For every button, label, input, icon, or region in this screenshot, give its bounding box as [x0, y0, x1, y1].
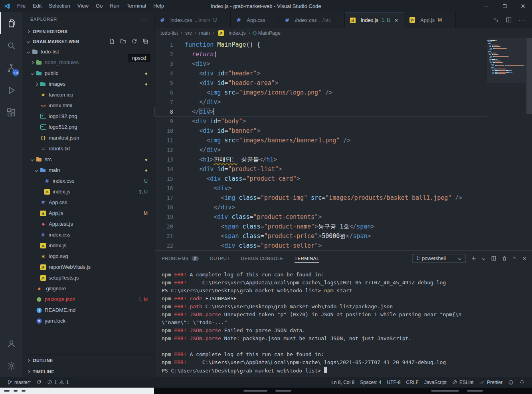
split-terminal-icon[interactable]	[491, 256, 496, 261]
tree-item-logo.svg[interactable]: *logo.svg	[22, 251, 154, 262]
breadcrumb-item-main[interactable]: main	[199, 30, 210, 36]
kill-terminal-icon[interactable]	[502, 256, 507, 261]
tree-item-App.test.js[interactable]: ◆App.test.js	[22, 219, 154, 229]
panel-tab-problems[interactable]: PROBLEMS2	[162, 254, 199, 263]
tab-index.js[interactable]: JSindex.js1, U×	[345, 12, 404, 28]
sync-changes-item[interactable]	[34, 377, 44, 388]
tree-item-index.html[interactable]: <>index.html	[22, 100, 154, 111]
outline-section[interactable]: OUTLINE	[22, 355, 154, 366]
tree-item-package.json[interactable]: package.json1, M	[22, 294, 154, 305]
menu-item-go[interactable]: Go	[92, 0, 106, 12]
eslint-item[interactable]: ESLint	[450, 380, 476, 385]
tree-item-index.js[interactable]: JSindex.js	[22, 240, 154, 251]
tree-item-index.css[interactable]: #index.cssU	[22, 175, 154, 186]
settings-gear-icon[interactable]	[0, 355, 22, 377]
maximize-button[interactable]	[495, 0, 514, 12]
tab-index.css[interactable]: #index.css...\mainU	[154, 12, 231, 28]
account-icon[interactable]	[0, 332, 22, 355]
editor-more-actions-icon[interactable]	[518, 17, 526, 24]
new-file-icon[interactable]	[109, 38, 115, 44]
menu-item-selection[interactable]: Selection	[45, 0, 73, 12]
indentation[interactable]: Spaces: 4	[358, 380, 384, 385]
workspace-section[interactable]: GRAB-MARKET-WEB	[22, 36, 154, 46]
panel-tab-output[interactable]: OUTPUT	[210, 254, 230, 263]
terminal-dropdown-icon[interactable]	[482, 256, 486, 261]
refresh-icon[interactable]	[131, 38, 137, 44]
menubar: FileEditSelectionViewGoRunTerminalHelp	[14, 0, 168, 12]
tree-item-.gitignore[interactable]: ◆.gitignore	[22, 283, 154, 294]
menu-item-file[interactable]: File	[14, 0, 29, 12]
line-number: 17	[154, 193, 173, 203]
encoding[interactable]: UTF-8	[385, 380, 403, 385]
tree-item-label: index.css	[53, 178, 74, 184]
tree-item-reportWebVitals.js[interactable]: JSreportWebVitals.js	[22, 262, 154, 272]
minimize-button[interactable]	[477, 0, 495, 12]
breadcrumb-item-MainPage[interactable]: MainPage	[253, 30, 281, 36]
open-editors-section[interactable]: OPEN EDITORS	[22, 26, 154, 36]
tree-item-label: todo-list	[41, 49, 59, 55]
timeline-section[interactable]: TIMELINE	[22, 366, 154, 377]
tab-App.js[interactable]: JSApp.jsM	[404, 12, 456, 28]
git-branch-item[interactable]: master*	[5, 377, 33, 388]
menu-item-edit[interactable]: Edit	[29, 0, 45, 12]
collapse-all-icon[interactable]	[142, 38, 148, 44]
tree-item-App.js[interactable]: JSApp.jsM	[22, 208, 154, 219]
minimap[interactable]	[487, 40, 526, 75]
menu-item-run[interactable]: Run	[106, 0, 123, 12]
tree-item-logo512.png[interactable]: logo512.png	[22, 122, 154, 132]
tree-item-label: logo.svg	[49, 253, 68, 259]
tree-item-main[interactable]: main●	[22, 165, 154, 175]
maximize-panel-icon[interactable]	[512, 256, 516, 261]
explorer-more-actions-icon[interactable]	[141, 16, 148, 23]
split-editor-icon[interactable]	[506, 17, 512, 23]
tree-item-robots.txt[interactable]: ≡robots.txt	[22, 143, 154, 154]
cursor-position[interactable]: Ln 8, Col 9	[329, 380, 357, 385]
breadcrumb-item-src[interactable]: src	[185, 30, 192, 36]
tab-index.css[interactable]: #index.css...\src	[279, 12, 345, 28]
explorer-icon[interactable]	[0, 12, 22, 34]
run-debug-icon[interactable]	[0, 79, 22, 101]
close-panel-icon[interactable]	[522, 256, 527, 261]
terminal-output[interactable]: npm ERR! A complete log of this run can …	[154, 266, 532, 377]
tree-item-manifest.json[interactable]: {}manifest.json	[22, 132, 154, 143]
new-terminal-icon[interactable]	[471, 256, 477, 261]
tree-item-favicon.ico[interactable]: ★favicon.ico	[22, 89, 154, 100]
tree-item-index.css[interactable]: #index.css	[22, 229, 154, 240]
new-folder-icon[interactable]	[120, 38, 126, 44]
panel-tab-terminal[interactable]: TERMINAL	[295, 254, 319, 263]
prettier-item[interactable]: Prettier	[477, 380, 505, 385]
tab-App.css[interactable]: #App.css	[231, 12, 279, 28]
compare-changes-icon[interactable]	[493, 17, 499, 23]
editor-scrollbar[interactable]	[526, 38, 532, 114]
breadcrumb-item-todo-list[interactable]: todo-list	[160, 30, 178, 36]
feedback-icon[interactable]	[506, 380, 516, 385]
source-control-icon[interactable]: 19	[0, 57, 22, 79]
line-content: <div>	[173, 59, 210, 69]
eol-sequence[interactable]: CRLF	[404, 380, 421, 385]
menu-item-view[interactable]: View	[74, 0, 92, 12]
tab-close-icon[interactable]: ×	[393, 17, 400, 24]
notifications-bell-icon[interactable]	[517, 380, 527, 385]
menu-item-terminal[interactable]: Terminal	[123, 0, 150, 12]
menu-item-help[interactable]: Help	[150, 0, 168, 12]
tree-item-App.css[interactable]: #App.css	[22, 197, 154, 208]
search-icon[interactable]	[0, 34, 22, 57]
language-mode[interactable]: JavaScript	[422, 380, 449, 385]
tree-item-label: public	[45, 70, 58, 76]
tree-item-src[interactable]: src●	[22, 154, 154, 165]
shell-selector[interactable]: 1: powershell	[412, 254, 466, 263]
tree-item-setupTests.js[interactable]: JSsetupTests.js	[22, 272, 154, 283]
panel-tab-debug-console[interactable]: DEBUG CONSOLE	[241, 254, 283, 263]
extensions-icon[interactable]	[0, 101, 22, 124]
close-button[interactable]	[514, 0, 532, 12]
line-number: 13	[154, 155, 173, 164]
code-editor[interactable]: 1function MainPage() {2 return(3 <div>4 …	[154, 38, 532, 250]
tree-item-yarn.lock[interactable]: yyarn.lock	[22, 315, 154, 326]
tree-item-logo192.png[interactable]: logo192.png	[22, 111, 154, 122]
tree-item-images[interactable]: images●	[22, 79, 154, 89]
tree-item-index.js[interactable]: JSindex.js1, U	[22, 186, 154, 197]
breadcrumb-item-index.js[interactable]: JSindex.js	[217, 30, 245, 36]
tree-item-public[interactable]: public●	[22, 68, 154, 79]
problems-item[interactable]: 1 1	[45, 377, 71, 388]
tree-item-README.md[interactable]: iREADME.md	[22, 305, 154, 315]
